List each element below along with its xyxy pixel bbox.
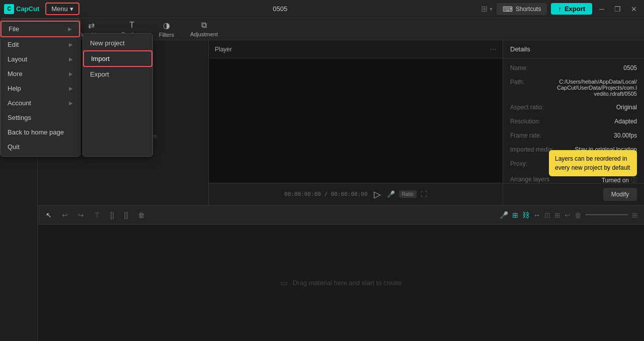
camera-btn[interactable]: ⊞ bbox=[554, 211, 560, 219]
details-value-name: 0505 bbox=[623, 64, 637, 72]
player-menu-icon[interactable]: ⋯ bbox=[490, 45, 497, 53]
topbar-right: ⊞ ▾ ⌨ Shortcuts ↑ Export ─ ❐ ✕ bbox=[481, 3, 640, 15]
layout-chevron-icon: ▶ bbox=[69, 56, 73, 62]
details-label-arrange: Arrange layers bbox=[510, 176, 549, 183]
menu-quit-label: Quit bbox=[8, 143, 20, 151]
filters-label: Filters bbox=[159, 32, 174, 38]
details-value-framerate: 30.00fps bbox=[614, 132, 637, 139]
details-value-path: C:/Users/hebah/AppData/Local/CapCut/User… bbox=[556, 79, 637, 97]
details-panel: Details Name: 0505 Path: C:/Users/hebah/… bbox=[503, 40, 644, 205]
time-current: 00:00:00:00 bbox=[284, 191, 321, 197]
submenu-export[interactable]: Export bbox=[83, 67, 152, 82]
filters-icon: ◑ bbox=[163, 21, 170, 30]
delete2-btn[interactable]: 🗑 bbox=[575, 211, 582, 219]
arrange-value-area: Turned on ⓘ bbox=[602, 176, 637, 183]
play-button[interactable]: ▷ bbox=[374, 189, 381, 200]
toolbar-filters[interactable]: ◑ Filters bbox=[155, 19, 178, 40]
menu-item-more[interactable]: More ▶ bbox=[1, 66, 80, 81]
time-display: 00:00:00:00 / 00:00:00:00 bbox=[284, 191, 368, 197]
trim-right-btn[interactable]: |] bbox=[122, 210, 130, 220]
close-button[interactable]: ✕ bbox=[628, 4, 640, 14]
timeline-right-tools: 🎤 ⊞ ⛓ ↔ ⊡ ⊞ ↩ 🗑 ━━━━━━━━━━━━ ⊞ bbox=[500, 211, 638, 219]
timeline-section: ↖ ↩ ↪ ⊤ [| |] 🗑 🎤 ⊞ ⛓ ↔ ⊡ ⊞ ↩ 🗑 ━━━━━━━━… bbox=[38, 205, 644, 341]
fullscreen-btn[interactable]: ⛶ bbox=[421, 190, 427, 198]
zoom-fit-btn[interactable]: ⊞ bbox=[632, 211, 638, 219]
details-label-resolution: Resolution: bbox=[510, 118, 540, 125]
menu-account-label: Account bbox=[8, 99, 31, 107]
menu-arrow: ▾ bbox=[70, 5, 73, 13]
import-submenu-label: Import bbox=[91, 55, 110, 62]
split-btn[interactable]: ⊤ bbox=[92, 210, 102, 220]
adjustment-label: Adjustment bbox=[190, 31, 218, 37]
select-tool-btn[interactable]: ↖ bbox=[44, 210, 54, 220]
project-title: 0505 bbox=[84, 5, 477, 13]
menu-item-back-home[interactable]: Back to home page bbox=[1, 125, 80, 140]
logo-icon: C bbox=[4, 4, 14, 14]
delete-btn[interactable]: 🗑 bbox=[136, 210, 147, 220]
menu-item-settings[interactable]: Settings bbox=[1, 110, 80, 125]
layers-tooltip: Layers can be reordered in every new pro… bbox=[549, 150, 637, 176]
details-label-name: Name: bbox=[510, 64, 528, 72]
export-button[interactable]: ↑ Export bbox=[551, 3, 592, 15]
mic-icon-btn[interactable]: 🎤 bbox=[387, 190, 395, 198]
dropdown-overlay: File ▶ Edit ▶ Layout ▶ More ▶ Help ▶ Acc… bbox=[0, 18, 153, 157]
restore-button[interactable]: ❐ bbox=[611, 4, 624, 14]
details-label-path: Path: bbox=[510, 79, 524, 86]
player-controls: 00:00:00:00 / 00:00:00:00 ▷ 🎤 Ratio ⛶ bbox=[209, 183, 503, 205]
details-label-proxy: Proxy: bbox=[510, 160, 527, 167]
details-label-imported: Imported media: bbox=[510, 146, 554, 153]
menu-item-edit[interactable]: Edit ▶ bbox=[1, 37, 80, 52]
adjustment-icon: ⧉ bbox=[201, 21, 207, 30]
fit-btn[interactable]: ⊡ bbox=[544, 211, 550, 219]
submenu-import[interactable]: Import bbox=[83, 50, 152, 67]
minimize-button[interactable]: ─ bbox=[596, 4, 607, 14]
details-value-arrange: Turned on bbox=[602, 177, 629, 184]
details-title: Details bbox=[510, 45, 530, 53]
submenu-new-project[interactable]: New project bbox=[83, 36, 152, 50]
details-row-name: Name: 0505 bbox=[510, 64, 637, 72]
details-row-framerate: Frame rate: 30.00fps bbox=[510, 132, 637, 139]
tooltip-text: Layers can be reordered in every new pro… bbox=[555, 155, 630, 171]
menu-item-layout[interactable]: Layout ▶ bbox=[1, 52, 80, 66]
trim-left-btn[interactable]: [| bbox=[108, 210, 116, 220]
menu-back-home-label: Back to home page bbox=[8, 128, 64, 136]
details-header: Details bbox=[503, 40, 644, 58]
menu-label: Menu bbox=[51, 5, 68, 13]
menu-item-account[interactable]: Account ▶ bbox=[1, 96, 80, 110]
redo-btn[interactable]: ↪ bbox=[76, 210, 86, 220]
arrange-info-icon[interactable]: ⓘ bbox=[631, 176, 637, 183]
timeline-toolbar: ↖ ↩ ↪ ⊤ [| |] 🗑 🎤 ⊞ ⛓ ↔ ⊡ ⊞ ↩ 🗑 ━━━━━━━━… bbox=[38, 206, 644, 225]
menu-settings-label: Settings bbox=[8, 114, 31, 121]
menu-item-quit[interactable]: Quit bbox=[1, 140, 80, 154]
link-btn[interactable]: ⛓ bbox=[522, 211, 529, 219]
shortcuts-label: Shortcuts bbox=[516, 6, 541, 13]
menu-item-help[interactable]: Help ▶ bbox=[1, 81, 80, 96]
details-label-aspect: Aspect ratio: bbox=[510, 104, 544, 111]
menu-file-label: File bbox=[9, 25, 19, 33]
film-icon: ▭ bbox=[280, 278, 288, 288]
export-submenu-label: Export bbox=[90, 71, 109, 78]
mic-timeline-btn[interactable]: 🎤 bbox=[500, 211, 508, 219]
menu-item-file[interactable]: File ▶ bbox=[1, 21, 80, 37]
monitor-icon-area: ⊞ ▾ bbox=[481, 4, 493, 14]
menu-button[interactable]: Menu ▾ bbox=[45, 3, 79, 15]
details-label-framerate: Frame rate: bbox=[510, 132, 541, 139]
magnet-btn[interactable]: ⊞ bbox=[512, 211, 518, 219]
menu-layout-label: Layout bbox=[8, 55, 27, 63]
shortcuts-button[interactable]: ⌨ Shortcuts bbox=[497, 3, 547, 15]
primary-dropdown: File ▶ Edit ▶ Layout ▶ More ▶ Help ▶ Acc… bbox=[0, 18, 80, 157]
toolbar-adjustment[interactable]: ⧉ Adjustment bbox=[186, 19, 222, 39]
undo2-btn[interactable]: ↩ bbox=[565, 211, 571, 219]
more-chevron-icon: ▶ bbox=[69, 71, 73, 77]
ratio-button[interactable]: Ratio bbox=[399, 190, 417, 198]
app-logo: C CapCut bbox=[4, 4, 39, 14]
sync-btn[interactable]: ↔ bbox=[533, 211, 540, 219]
player-title: Player bbox=[215, 46, 232, 53]
undo-btn[interactable]: ↩ bbox=[60, 210, 70, 220]
modify-button[interactable]: Modify bbox=[603, 188, 637, 201]
player-area bbox=[209, 58, 503, 183]
menu-more-label: More bbox=[8, 70, 23, 78]
new-project-label: New project bbox=[90, 39, 125, 47]
export-label: Export bbox=[565, 5, 585, 13]
edit-chevron-icon: ▶ bbox=[69, 42, 73, 47]
